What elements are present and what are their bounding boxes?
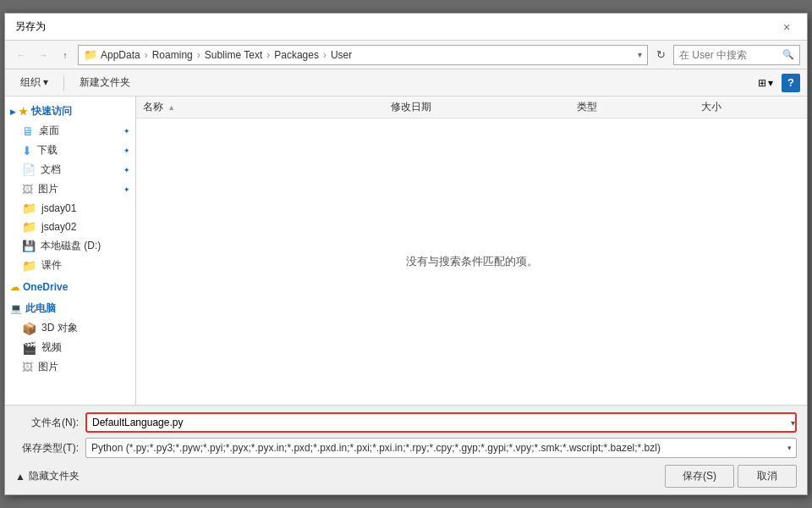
filetype-select-wrapper: Python (*.py;*.py3;*.pyw;*.pyi;*.pyx;*.p… [85,438,797,458]
thispc-label: 此电脑 [25,301,56,316]
sidebar-item-desktop[interactable]: 🖥 桌面 ✦ [5,121,135,141]
address-part-2: Roaming [152,49,193,61]
computer-icon: 💻 [10,303,22,314]
sidebar-item-label: jsday02 [41,221,76,233]
title-bar-left: 另存为 [15,19,46,34]
address-part-1: AppData [101,49,140,61]
quick-access-label: 快速访问 [31,104,72,119]
sidebar-item-label: 课件 [41,258,62,273]
column-name[interactable]: 名称 ▲ [143,100,391,114]
address-part-3: Sublime Text [205,49,262,61]
bottom-area: 文件名(N): ▾ 保存类型(T): Python (*.py;*.py3;*.… [5,405,807,494]
filename-input-wrapper: ▾ [85,412,797,433]
main-area: ▸ ★ 快速访问 🖥 桌面 ✦ ⬇ 下载 ✦ 📄 文档 ✦ [5,97,807,405]
address-dropdown-icon[interactable]: ▾ [638,50,642,59]
sidebar-item-label: 桌面 [39,124,59,138]
sidebar-item-label: 3D 对象 [41,321,78,335]
filetype-label: 保存类型(T): [15,441,79,456]
quick-access-header[interactable]: ▸ ★ 快速访问 [5,102,135,121]
pin-icon: ✦ [123,166,130,174]
sidebar-item-video[interactable]: 🎬 视频 [5,338,135,357]
address-part-5: User [331,49,352,61]
filename-row: 文件名(N): ▾ [15,412,797,433]
sidebar-item-label: 视频 [41,340,62,355]
folder-icon: 📁 [84,48,97,61]
column-size[interactable]: 大小 [701,100,800,114]
address-part-4: Packages [274,49,319,61]
video-icon: 🎬 [22,341,36,355]
action-bar: 组织 ▾ 新建文件夹 ⊞ ▾ ? [5,69,807,97]
image-icon: 🖼 [22,361,33,373]
help-button[interactable]: ? [782,74,800,92]
cancel-button[interactable]: 取消 [738,465,797,488]
back-button[interactable]: ← [12,46,30,64]
thispc-header[interactable]: 💻 此电脑 [5,299,135,318]
sidebar-item-label: 图片 [38,360,58,374]
document-icon: 📄 [22,163,36,176]
desktop-icon: 🖥 [22,124,34,138]
search-input[interactable] [679,49,779,61]
forward-button[interactable]: → [34,46,52,64]
sidebar-item-label: jsday01 [41,202,76,214]
sidebar-item-label: 下载 [37,143,58,157]
filename-input[interactable] [85,412,797,433]
view-icon: ⊞ [758,77,766,89]
new-folder-button[interactable]: 新建文件夹 [71,73,139,92]
pin-icon: ✦ [123,185,130,194]
filetype-row: 保存类型(T): Python (*.py;*.py3;*.pyw;*.pyi;… [15,438,797,458]
sidebar-item-drive-d[interactable]: 💾 本地磁盘 (D:) [5,236,135,256]
nav-toolbar: ← → ↑ 📁 AppData › Roaming › Sublime Text… [5,41,807,69]
divider [63,75,64,91]
sidebar-item-pics[interactable]: 🖼 图片 [5,357,135,377]
save-button[interactable]: 保存(S) [665,465,734,488]
sidebar: ▸ ★ 快速访问 🖥 桌面 ✦ ⬇ 下载 ✦ 📄 文档 ✦ [5,97,136,405]
sidebar-item-jsday02[interactable]: 📁 jsday02 [5,218,135,236]
view-dropdown-icon: ▾ [768,77,773,89]
file-list-header: 名称 ▲ 修改日期 类型 大小 [136,97,807,119]
column-type[interactable]: 类型 [577,100,701,114]
folder3d-icon: 📦 [22,322,36,335]
address-bar[interactable]: 📁 AppData › Roaming › Sublime Text › Pac… [78,45,648,65]
column-date[interactable]: 修改日期 [391,100,577,114]
folder-icon: 📁 [22,220,36,234]
sort-arrow-icon: ▲ [167,103,175,112]
folder-icon: 📁 [22,259,36,273]
title-bar: 另存为 × [5,14,807,41]
onedrive-header[interactable]: ☁ OneDrive [5,279,135,295]
star-icon: ★ [19,106,28,118]
onedrive-section: ☁ OneDrive [5,277,135,297]
up-button[interactable]: ↑ [56,46,74,64]
filetype-select[interactable]: Python (*.py;*.py3;*.pyw;*.pyi;*.pyx;*.p… [85,438,797,458]
download-icon: ⬇ [22,144,32,157]
sidebar-item-docs[interactable]: 📄 文档 ✦ [5,160,135,179]
sidebar-item-3d[interactable]: 📦 3D 对象 [5,318,135,338]
view-button[interactable]: ⊞ ▾ [753,75,778,91]
sidebar-item-courseware[interactable]: 📁 课件 [5,256,135,275]
search-icon: 🔍 [782,49,794,60]
sidebar-item-jsday01[interactable]: 📁 jsday01 [5,199,135,218]
file-list: 名称 ▲ 修改日期 类型 大小 没有与搜索条件匹配的项。 [136,97,807,405]
filename-label: 文件名(N): [15,416,79,430]
pin-icon: ✦ [123,146,130,155]
chevron-right-icon: ▸ [10,106,15,118]
dialog-title: 另存为 [15,19,46,34]
close-button[interactable]: × [776,17,797,37]
save-as-dialog: 另存为 × ← → ↑ 📁 AppData › Roaming › Sublim… [4,13,808,495]
hide-folders-label: 隐藏文件夹 [29,469,80,483]
sidebar-item-label: 图片 [38,182,58,196]
organize-button[interactable]: 组织 ▾ [12,73,57,92]
filename-dropdown-icon[interactable]: ▾ [791,418,795,428]
folder-icon: 📁 [22,202,36,215]
search-box[interactable]: 🔍 [673,45,800,65]
sidebar-item-download[interactable]: ⬇ 下载 ✦ [5,141,135,160]
collapse-icon: ▲ [15,471,25,483]
hide-folders-button[interactable]: ▲ 隐藏文件夹 [15,469,80,483]
onedrive-icon: ☁ [10,282,19,293]
sidebar-item-pictures[interactable]: 🖼 图片 ✦ [5,179,135,199]
refresh-button[interactable]: ↻ [651,46,670,64]
buttons-row: ▲ 隐藏文件夹 保存(S) 取消 [15,465,797,488]
image-icon: 🖼 [22,183,33,196]
quick-access-section: ▸ ★ 快速访问 🖥 桌面 ✦ ⬇ 下载 ✦ 📄 文档 ✦ [5,100,135,277]
thispc-section: 💻 此电脑 📦 3D 对象 🎬 视频 🖼 图片 [5,297,135,378]
sidebar-item-label: 本地磁盘 (D:) [41,239,101,253]
